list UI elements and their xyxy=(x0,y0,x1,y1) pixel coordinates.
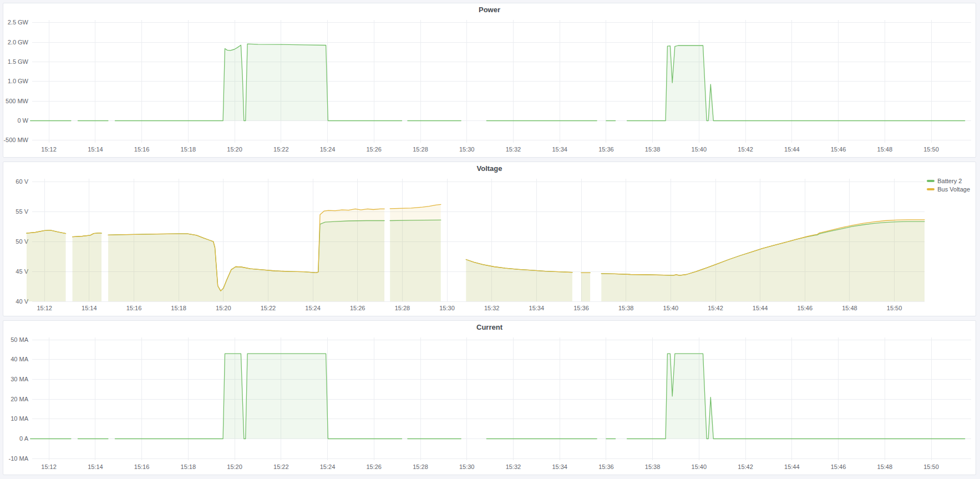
svg-text:0 W: 0 W xyxy=(17,117,28,124)
svg-text:60 V: 60 V xyxy=(16,178,28,185)
svg-text:15:44: 15:44 xyxy=(784,463,800,470)
svg-text:2.5 GW: 2.5 GW xyxy=(8,19,29,26)
svg-text:15:50: 15:50 xyxy=(887,305,902,311)
svg-text:15:34: 15:34 xyxy=(552,463,567,470)
panel-title-power[interactable]: Power xyxy=(3,3,976,17)
svg-text:15:18: 15:18 xyxy=(171,305,186,311)
svg-text:15:50: 15:50 xyxy=(923,146,939,153)
svg-text:15:32: 15:32 xyxy=(484,305,500,311)
svg-text:15:14: 15:14 xyxy=(88,146,103,153)
svg-text:-10 MA: -10 MA xyxy=(9,455,29,462)
voltage-chart[interactable]: 60 V55 V50 V45 V40 V15:1215:1415:1615:18… xyxy=(3,175,976,316)
bus-voltage-series-marker-icon xyxy=(927,188,935,190)
battery-2-series-marker-icon xyxy=(927,180,935,182)
svg-text:15:26: 15:26 xyxy=(366,146,382,153)
svg-text:15:42: 15:42 xyxy=(738,463,753,470)
svg-text:2.0 GW: 2.0 GW xyxy=(8,39,29,46)
panel-voltage: Voltage 60 V55 V50 V45 V40 V15:1215:1415… xyxy=(3,162,976,316)
svg-text:1.0 GW: 1.0 GW xyxy=(8,78,29,84)
svg-text:15:14: 15:14 xyxy=(82,305,97,311)
svg-text:15:26: 15:26 xyxy=(350,305,365,311)
svg-text:15:34: 15:34 xyxy=(552,146,567,153)
svg-text:15:26: 15:26 xyxy=(366,463,382,470)
svg-text:15:42: 15:42 xyxy=(738,146,753,153)
svg-text:1.5 GW: 1.5 GW xyxy=(8,58,29,65)
svg-text:20 MA: 20 MA xyxy=(11,396,28,402)
svg-text:500 MW: 500 MW xyxy=(6,98,29,104)
svg-text:15:46: 15:46 xyxy=(831,463,846,470)
svg-text:50 MA: 50 MA xyxy=(11,336,28,343)
svg-text:15:12: 15:12 xyxy=(41,463,57,470)
svg-text:30 MA: 30 MA xyxy=(11,376,28,382)
svg-text:15:16: 15:16 xyxy=(134,146,150,153)
dashboard: Power 2.5 GW2.0 GW1.5 GW1.0 GW500 MW0 W-… xyxy=(0,0,980,479)
legend-label-battery-2: Battery 2 xyxy=(937,178,962,184)
panel-current: Current 50 MA40 MA30 MA20 MA10 MA0 A-10 … xyxy=(3,320,976,475)
panel-title-voltage[interactable]: Voltage xyxy=(3,162,976,175)
svg-text:15:16: 15:16 xyxy=(134,463,150,470)
svg-text:15:40: 15:40 xyxy=(663,305,679,311)
svg-text:15:50: 15:50 xyxy=(923,463,939,470)
svg-text:15:28: 15:28 xyxy=(395,305,410,311)
svg-text:15:46: 15:46 xyxy=(831,146,846,153)
svg-text:15:18: 15:18 xyxy=(181,146,196,153)
svg-text:15:38: 15:38 xyxy=(645,146,661,153)
svg-text:40 MA: 40 MA xyxy=(11,356,28,362)
svg-text:15:28: 15:28 xyxy=(413,146,428,153)
legend-label-bus-voltage: Bus Voltage xyxy=(937,186,970,193)
svg-text:15:14: 15:14 xyxy=(88,463,103,470)
svg-text:15:22: 15:22 xyxy=(273,146,289,153)
svg-text:15:12: 15:12 xyxy=(41,146,57,153)
svg-text:0 A: 0 A xyxy=(19,435,29,442)
svg-text:15:48: 15:48 xyxy=(877,463,893,470)
svg-text:15:38: 15:38 xyxy=(618,305,634,311)
svg-text:15:16: 15:16 xyxy=(126,305,142,311)
svg-text:15:32: 15:32 xyxy=(506,463,521,470)
svg-text:15:22: 15:22 xyxy=(273,463,289,470)
svg-text:15:40: 15:40 xyxy=(692,463,707,470)
voltage-legend: Battery 2 Bus Voltage xyxy=(927,178,970,193)
svg-text:15:24: 15:24 xyxy=(305,305,321,311)
svg-text:15:40: 15:40 xyxy=(692,146,707,153)
svg-text:15:32: 15:32 xyxy=(506,146,521,153)
svg-text:-500 MW: -500 MW xyxy=(3,137,28,143)
svg-text:15:36: 15:36 xyxy=(598,463,614,470)
svg-text:15:44: 15:44 xyxy=(753,305,768,311)
svg-text:15:46: 15:46 xyxy=(798,305,813,311)
svg-text:15:30: 15:30 xyxy=(459,146,475,153)
svg-text:15:22: 15:22 xyxy=(261,305,276,311)
svg-text:15:24: 15:24 xyxy=(320,146,336,153)
svg-text:15:48: 15:48 xyxy=(877,146,893,153)
svg-text:15:20: 15:20 xyxy=(216,305,231,311)
svg-text:15:38: 15:38 xyxy=(645,463,661,470)
svg-text:15:36: 15:36 xyxy=(598,146,614,153)
svg-text:15:20: 15:20 xyxy=(227,463,242,470)
current-chart[interactable]: 50 MA40 MA30 MA20 MA10 MA0 A-10 MA15:121… xyxy=(3,334,976,475)
svg-text:15:34: 15:34 xyxy=(529,305,545,311)
svg-text:15:30: 15:30 xyxy=(439,305,455,311)
svg-text:15:28: 15:28 xyxy=(413,463,428,470)
svg-text:15:24: 15:24 xyxy=(320,463,336,470)
panel-title-current[interactable]: Current xyxy=(3,321,976,334)
svg-text:15:18: 15:18 xyxy=(181,463,196,470)
legend-item-bus-voltage[interactable]: Bus Voltage xyxy=(927,186,970,193)
svg-text:15:48: 15:48 xyxy=(842,305,857,311)
svg-text:15:44: 15:44 xyxy=(784,146,800,153)
panel-power: Power 2.5 GW2.0 GW1.5 GW1.0 GW500 MW0 W-… xyxy=(3,3,976,158)
svg-text:10 MA: 10 MA xyxy=(11,415,28,422)
svg-text:15:30: 15:30 xyxy=(459,463,475,470)
svg-text:15:36: 15:36 xyxy=(573,305,589,311)
legend-item-battery-2[interactable]: Battery 2 xyxy=(927,178,970,184)
svg-text:15:20: 15:20 xyxy=(227,146,242,153)
power-chart[interactable]: 2.5 GW2.0 GW1.5 GW1.0 GW500 MW0 W-500 MW… xyxy=(3,17,976,157)
svg-text:15:42: 15:42 xyxy=(708,305,723,311)
svg-text:15:12: 15:12 xyxy=(37,305,52,311)
svg-text:55 V: 55 V xyxy=(16,208,28,215)
